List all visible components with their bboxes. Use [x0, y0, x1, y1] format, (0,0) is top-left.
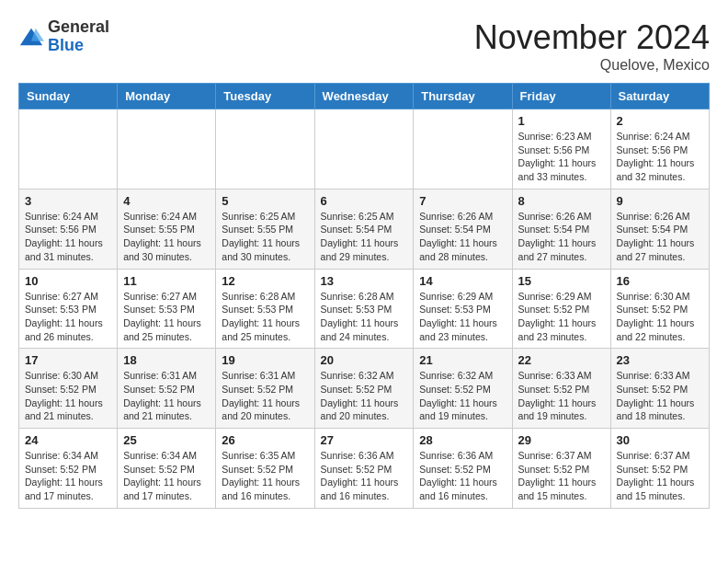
- day-number: 18: [123, 353, 210, 367]
- day-info: Sunrise: 6:26 AM Sunset: 5:54 PM Dayligh…: [518, 210, 605, 264]
- calendar-cell: 24Sunrise: 6:34 AM Sunset: 5:52 PM Dayli…: [19, 429, 118, 509]
- page-header: General Blue November 2024 Quelove, Mexi…: [18, 18, 710, 74]
- day-number: 21: [419, 353, 506, 367]
- day-info: Sunrise: 6:37 AM Sunset: 5:52 PM Dayligh…: [617, 449, 703, 503]
- weekday-header-sunday: Sunday: [19, 84, 118, 109]
- calendar-cell: 10Sunrise: 6:27 AM Sunset: 5:53 PM Dayli…: [19, 269, 118, 349]
- day-number: 8: [518, 194, 605, 208]
- day-number: 1: [518, 114, 605, 128]
- calendar-cell: 12Sunrise: 6:28 AM Sunset: 5:53 PM Dayli…: [216, 269, 314, 349]
- day-info: Sunrise: 6:30 AM Sunset: 5:52 PM Dayligh…: [617, 290, 703, 344]
- calendar-cell: 11Sunrise: 6:27 AM Sunset: 5:53 PM Dayli…: [118, 269, 216, 349]
- calendar-cell: 21Sunrise: 6:32 AM Sunset: 5:52 PM Dayli…: [414, 349, 512, 429]
- calendar-cell: 29Sunrise: 6:37 AM Sunset: 5:52 PM Dayli…: [512, 429, 610, 509]
- day-info: Sunrise: 6:30 AM Sunset: 5:52 PM Dayligh…: [25, 369, 111, 423]
- day-info: Sunrise: 6:23 AM Sunset: 5:56 PM Dayligh…: [518, 130, 605, 184]
- day-info: Sunrise: 6:27 AM Sunset: 5:53 PM Dayligh…: [123, 290, 210, 344]
- calendar-cell: 26Sunrise: 6:35 AM Sunset: 5:52 PM Dayli…: [216, 429, 314, 509]
- day-number: 15: [518, 274, 605, 288]
- calendar-cell: 17Sunrise: 6:30 AM Sunset: 5:52 PM Dayli…: [19, 349, 118, 429]
- calendar-week-5: 24Sunrise: 6:34 AM Sunset: 5:52 PM Dayli…: [19, 429, 710, 509]
- day-number: 28: [419, 433, 506, 447]
- day-info: Sunrise: 6:24 AM Sunset: 5:55 PM Dayligh…: [123, 210, 210, 264]
- day-info: Sunrise: 6:29 AM Sunset: 5:52 PM Dayligh…: [518, 290, 605, 344]
- weekday-header-thursday: Thursday: [414, 84, 512, 109]
- day-number: 25: [123, 433, 210, 447]
- day-info: Sunrise: 6:27 AM Sunset: 5:53 PM Dayligh…: [25, 290, 111, 344]
- day-number: 27: [321, 433, 408, 447]
- day-info: Sunrise: 6:33 AM Sunset: 5:52 PM Dayligh…: [617, 369, 703, 423]
- day-number: 24: [25, 433, 111, 447]
- logo-text: General Blue: [48, 18, 109, 55]
- calendar-week-3: 10Sunrise: 6:27 AM Sunset: 5:53 PM Dayli…: [19, 269, 710, 349]
- day-info: Sunrise: 6:31 AM Sunset: 5:52 PM Dayligh…: [222, 369, 308, 423]
- day-info: Sunrise: 6:34 AM Sunset: 5:52 PM Dayligh…: [123, 449, 210, 503]
- calendar-cell: 18Sunrise: 6:31 AM Sunset: 5:52 PM Dayli…: [118, 349, 216, 429]
- calendar-cell: 25Sunrise: 6:34 AM Sunset: 5:52 PM Dayli…: [118, 429, 216, 509]
- day-info: Sunrise: 6:28 AM Sunset: 5:53 PM Dayligh…: [222, 290, 308, 344]
- calendar-cell: 8Sunrise: 6:26 AM Sunset: 5:54 PM Daylig…: [512, 189, 610, 269]
- weekday-header-row: SundayMondayTuesdayWednesdayThursdayFrid…: [19, 84, 710, 109]
- day-number: 29: [518, 433, 605, 447]
- logo: General Blue: [18, 18, 109, 55]
- weekday-header-friday: Friday: [512, 84, 610, 109]
- calendar-table: SundayMondayTuesdayWednesdayThursdayFrid…: [18, 83, 710, 509]
- day-number: 11: [123, 274, 210, 288]
- calendar-cell: 27Sunrise: 6:36 AM Sunset: 5:52 PM Dayli…: [314, 429, 414, 509]
- day-number: 20: [321, 353, 408, 367]
- weekday-header-saturday: Saturday: [610, 84, 709, 109]
- day-info: Sunrise: 6:24 AM Sunset: 5:56 PM Dayligh…: [25, 210, 111, 264]
- day-number: 13: [321, 274, 408, 288]
- day-info: Sunrise: 6:37 AM Sunset: 5:52 PM Dayligh…: [518, 449, 605, 503]
- day-number: 16: [617, 274, 703, 288]
- day-number: 6: [321, 194, 408, 208]
- calendar-cell: 3Sunrise: 6:24 AM Sunset: 5:56 PM Daylig…: [19, 189, 118, 269]
- calendar-cell: 23Sunrise: 6:33 AM Sunset: 5:52 PM Dayli…: [610, 349, 709, 429]
- location: Quelove, Mexico: [474, 57, 710, 74]
- calendar-cell: [118, 109, 216, 190]
- day-info: Sunrise: 6:32 AM Sunset: 5:52 PM Dayligh…: [321, 369, 408, 423]
- day-number: 10: [25, 274, 111, 288]
- day-info: Sunrise: 6:36 AM Sunset: 5:52 PM Dayligh…: [419, 449, 506, 503]
- day-number: 5: [222, 194, 308, 208]
- calendar-cell: 4Sunrise: 6:24 AM Sunset: 5:55 PM Daylig…: [118, 189, 216, 269]
- day-number: 26: [222, 433, 308, 447]
- day-number: 22: [518, 353, 605, 367]
- calendar-cell: 13Sunrise: 6:28 AM Sunset: 5:53 PM Dayli…: [314, 269, 414, 349]
- calendar-cell: [216, 109, 314, 190]
- day-number: 30: [617, 433, 703, 447]
- day-number: 4: [123, 194, 210, 208]
- calendar-cell: 7Sunrise: 6:26 AM Sunset: 5:54 PM Daylig…: [414, 189, 512, 269]
- calendar-cell: 19Sunrise: 6:31 AM Sunset: 5:52 PM Dayli…: [216, 349, 314, 429]
- weekday-header-monday: Monday: [118, 84, 216, 109]
- calendar-cell: 6Sunrise: 6:25 AM Sunset: 5:54 PM Daylig…: [314, 189, 414, 269]
- day-number: 7: [419, 194, 506, 208]
- calendar-cell: 20Sunrise: 6:32 AM Sunset: 5:52 PM Dayli…: [314, 349, 414, 429]
- calendar-week-2: 3Sunrise: 6:24 AM Sunset: 5:56 PM Daylig…: [19, 189, 710, 269]
- day-info: Sunrise: 6:36 AM Sunset: 5:52 PM Dayligh…: [321, 449, 408, 503]
- month-title: November 2024: [474, 18, 710, 57]
- calendar-cell: 1Sunrise: 6:23 AM Sunset: 5:56 PM Daylig…: [512, 109, 610, 190]
- day-number: 23: [617, 353, 703, 367]
- day-info: Sunrise: 6:25 AM Sunset: 5:54 PM Dayligh…: [321, 210, 408, 264]
- calendar-week-4: 17Sunrise: 6:30 AM Sunset: 5:52 PM Dayli…: [19, 349, 710, 429]
- calendar-cell: 30Sunrise: 6:37 AM Sunset: 5:52 PM Dayli…: [610, 429, 709, 509]
- calendar-cell: 15Sunrise: 6:29 AM Sunset: 5:52 PM Dayli…: [512, 269, 610, 349]
- calendar-cell: 9Sunrise: 6:26 AM Sunset: 5:54 PM Daylig…: [610, 189, 709, 269]
- calendar-cell: [19, 109, 118, 190]
- calendar-cell: [414, 109, 512, 190]
- weekday-header-tuesday: Tuesday: [216, 84, 314, 109]
- day-info: Sunrise: 6:25 AM Sunset: 5:55 PM Dayligh…: [222, 210, 308, 264]
- day-number: 12: [222, 274, 308, 288]
- day-info: Sunrise: 6:33 AM Sunset: 5:52 PM Dayligh…: [518, 369, 605, 423]
- day-info: Sunrise: 6:24 AM Sunset: 5:56 PM Dayligh…: [617, 130, 703, 184]
- calendar-cell: 16Sunrise: 6:30 AM Sunset: 5:52 PM Dayli…: [610, 269, 709, 349]
- day-number: 9: [617, 194, 703, 208]
- calendar-week-1: 1Sunrise: 6:23 AM Sunset: 5:56 PM Daylig…: [19, 109, 710, 190]
- weekday-header-wednesday: Wednesday: [314, 84, 414, 109]
- day-number: 14: [419, 274, 506, 288]
- day-info: Sunrise: 6:28 AM Sunset: 5:53 PM Dayligh…: [321, 290, 408, 344]
- day-info: Sunrise: 6:32 AM Sunset: 5:52 PM Dayligh…: [419, 369, 506, 423]
- day-info: Sunrise: 6:29 AM Sunset: 5:53 PM Dayligh…: [419, 290, 506, 344]
- calendar-cell: 14Sunrise: 6:29 AM Sunset: 5:53 PM Dayli…: [414, 269, 512, 349]
